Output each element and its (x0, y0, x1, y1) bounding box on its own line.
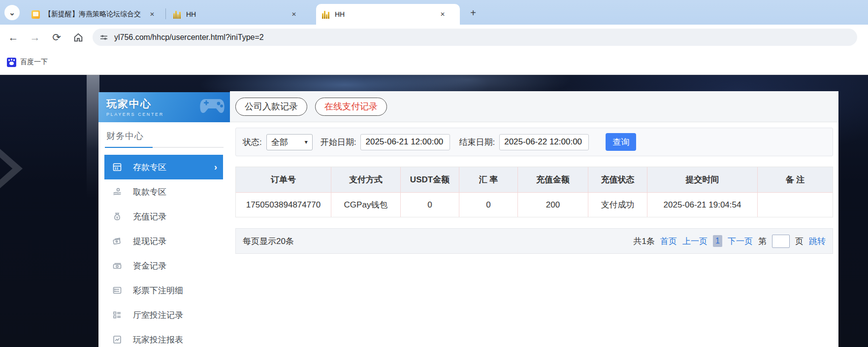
tab-online-payment-records[interactable]: 在线支付记录 (315, 98, 387, 116)
sidebar-item-deposit-zone[interactable]: 存款专区 › (104, 155, 223, 179)
close-tab-icon[interactable]: ✕ (289, 10, 298, 19)
tab-company-deposit-records[interactable]: 公司入款记录 (235, 98, 307, 116)
section-underline (105, 147, 224, 148)
col-exchange-rate: 汇 率 (459, 167, 518, 192)
jump-link[interactable]: 跳转 (809, 236, 826, 247)
browser-window: ⌄ 【新提醒】海燕策略论坛综合交 ✕ HH ✕ HH ✕ + ← → ⟳ (0, 0, 868, 347)
status-select-value: 全部 (271, 137, 288, 148)
list-ticket-icon (112, 285, 123, 296)
bookmark-baidu[interactable]: 百度一下 (7, 58, 48, 67)
grid-list-icon (112, 310, 123, 320)
start-date-label: 开始日期: (321, 137, 356, 148)
record-type-tabs: 公司入款记录 在线支付记录 (230, 91, 838, 122)
sidebar-item-withdrawal-records[interactable]: 提现记录 (104, 229, 223, 253)
status-select[interactable]: 全部 ▾ (266, 134, 313, 150)
current-page-indicator[interactable]: 1 (713, 235, 722, 247)
page-size-text: 每页显示20条 (243, 236, 294, 247)
sidebar-item-recharge-records[interactable]: 充值记录 (104, 204, 223, 229)
table-row: 1750503894874770 CGPay钱包 0 0 200 支付成功 20… (236, 192, 833, 217)
sidebar-item-lottery-bet-details[interactable]: 彩票下注明细 (104, 278, 223, 303)
sidebar-item-player-bet-report[interactable]: 玩家投注报表 (104, 327, 223, 347)
table-header-row: 订单号 支付方式 USDT金额 汇 率 充值金额 充值状态 提交时间 备 注 (236, 167, 833, 192)
first-page-link[interactable]: 首页 (660, 236, 677, 247)
hh-favicon-icon (173, 10, 182, 19)
url-text[interactable]: yl756.com/hhcp/usercenter.html?iniType=2 (114, 33, 264, 42)
gamepad-icon (198, 95, 226, 116)
address-bar[interactable]: yl756.com/hhcp/usercenter.html?iniType=2 (93, 29, 857, 46)
chevron-down-icon: ▾ (305, 139, 308, 145)
records-panel: 公司入款记录 在线支付记录 状态: 全部 ▾ 开始日期: 结束日期: 查询 (230, 91, 838, 347)
col-recharge-status: 充值状态 (588, 167, 647, 192)
page-jump-input[interactable] (772, 235, 790, 248)
total-count-text: 共1条 (634, 236, 655, 247)
tune-icon[interactable] (99, 33, 108, 42)
tab-title: HH (186, 10, 285, 18)
sidebar-item-hall-bet-records[interactable]: 厅室投注记录 (104, 303, 223, 327)
sidebar-item-label: 取款专区 (133, 186, 166, 198)
panel-body: 状态: 全部 ▾ 开始日期: 结束日期: 查询 订单号 支付方式 USD (230, 122, 838, 259)
browser-tab-bar: ⌄ 【新提醒】海燕策略论坛综合交 ✕ HH ✕ HH ✕ + (0, 0, 868, 25)
browser-tab-hh-2-active[interactable]: HH ✕ (316, 4, 460, 25)
cell-exchange-rate: 0 (459, 192, 518, 217)
hh-favicon-icon (322, 10, 330, 19)
jump-label-post: 页 (795, 236, 804, 247)
jump-label-pre: 第 (758, 236, 767, 247)
background-decoration (87, 75, 99, 198)
browser-tab-forum[interactable]: 【新提醒】海燕策略论坛综合交 ✕ (26, 4, 164, 25)
forum-favicon-icon (32, 10, 40, 19)
col-remarks: 备 注 (758, 167, 833, 192)
browser-toolbar: ← → ⟳ yl756.com/hhcp/usercenter.html?ini… (0, 25, 868, 50)
col-recharge-amount: 充值金额 (518, 167, 588, 192)
sidebar-item-fund-records[interactable]: 资金记录 (104, 253, 223, 278)
col-submit-time: 提交时间 (647, 167, 758, 192)
sidebar-item-label: 充值记录 (133, 211, 166, 222)
col-order-number: 订单号 (236, 167, 331, 192)
pagination-controls: 共1条 首页 上一页 1 下一页 第 页 跳转 (634, 235, 826, 248)
sidebar-item-label: 彩票下注明细 (133, 285, 183, 296)
sidebar-item-label: 存款专区 (133, 162, 166, 173)
close-tab-icon[interactable]: ✕ (438, 10, 447, 19)
sidebar-item-label: 提现记录 (133, 236, 166, 247)
end-date-label: 结束日期: (459, 137, 495, 148)
sidebar-item-label: 资金记录 (133, 260, 166, 272)
cell-submit-time: 2025-06-21 19:04:54 (647, 192, 758, 217)
reload-icon[interactable]: ⟳ (48, 29, 65, 46)
browser-tab-hh-1[interactable]: HH ✕ (167, 4, 311, 25)
money-bag-icon (112, 211, 123, 222)
sidebar-menu: 存款专区 › 取款专区 (98, 155, 230, 347)
cell-recharge-amount: 200 (518, 192, 588, 217)
cell-payment-method: CGPay钱包 (331, 192, 401, 217)
bookmark-label: 百度一下 (20, 58, 48, 67)
query-button[interactable]: 查询 (606, 133, 636, 151)
hand-coin-icon (112, 186, 123, 197)
pagination-bar: 每页显示20条 共1条 首页 上一页 1 下一页 第 页 跳转 (235, 228, 833, 254)
bookmarks-bar: 百度一下 (0, 50, 868, 75)
back-icon[interactable]: ← (5, 29, 22, 46)
end-date-input[interactable] (499, 134, 589, 150)
filter-bar: 状态: 全部 ▾ 开始日期: 结束日期: 查询 (235, 128, 833, 156)
start-date-input[interactable] (360, 134, 450, 150)
page-background: 玩家中心 PLAYERS CENTER 财务中心 (0, 75, 868, 347)
sidebar-item-withdraw-zone[interactable]: 取款专区 (104, 179, 223, 204)
players-center-sidebar: 玩家中心 PLAYERS CENTER 财务中心 (98, 92, 230, 347)
sidebar-item-label: 玩家投注报表 (133, 334, 183, 346)
chevron-down-icon: ⌄ (9, 8, 15, 17)
cell-usdt-amount: 0 (401, 192, 459, 217)
sidebar-header: 玩家中心 PLAYERS CENTER (98, 92, 230, 122)
deposit-terminal-icon (112, 162, 123, 173)
baidu-paw-icon (7, 58, 16, 67)
prev-page-link[interactable]: 上一页 (682, 236, 707, 247)
status-label: 状态: (243, 137, 262, 148)
next-page-link[interactable]: 下一页 (728, 236, 753, 247)
cell-order-number: 1750503894874770 (236, 192, 331, 217)
close-tab-icon[interactable]: ✕ (148, 10, 157, 19)
tab-title: 【新提醒】海燕策略论坛综合交 (44, 10, 143, 19)
new-tab-button[interactable]: + (467, 6, 480, 19)
chart-report-icon (112, 334, 123, 345)
cell-remarks (758, 192, 833, 217)
forward-icon[interactable]: → (27, 29, 43, 46)
tab-search-button[interactable]: ⌄ (4, 5, 20, 20)
sidebar-item-label: 厅室投注记录 (133, 310, 183, 321)
col-payment-method: 支付方式 (331, 167, 401, 192)
home-icon[interactable] (70, 29, 87, 46)
